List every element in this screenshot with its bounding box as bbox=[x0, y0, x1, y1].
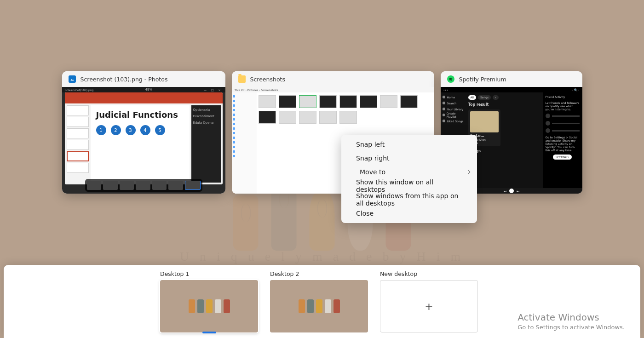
desktop-2[interactable]: Desktop 2 bbox=[270, 270, 368, 332]
photos-zoom-level: 49% bbox=[145, 88, 152, 92]
window-photos-titlebar: Screenshot (103).png - Photos bbox=[62, 71, 225, 87]
explorer-path: This PC › Pictures › Screenshots bbox=[235, 88, 278, 92]
window-photos[interactable]: Screenshot (103).png - Photos Screenshot… bbox=[62, 71, 225, 194]
plus-icon: + bbox=[425, 301, 433, 312]
desktop-1[interactable]: Desktop 1 bbox=[160, 270, 258, 332]
window-photos-title: Screenshot (103).png - Photos bbox=[80, 76, 168, 83]
activate-windows-watermark: Activate Windows Go to Settings to activ… bbox=[518, 312, 625, 331]
ctx-snap-left[interactable]: Snap left bbox=[341, 137, 477, 151]
window-context-menu: Snap left Snap right Move to Show this w… bbox=[341, 135, 477, 223]
task-view-windows: Screenshot (103).png - Photos Screenshot… bbox=[0, 71, 644, 194]
ctx-show-all[interactable]: Show this window on all desktops bbox=[341, 179, 477, 193]
new-desktop[interactable]: New desktop + bbox=[380, 270, 478, 332]
chevron-right-icon bbox=[466, 170, 470, 174]
window-explorer-title: Screenshots bbox=[250, 76, 285, 83]
spotify-top-result-label: Top result bbox=[468, 103, 540, 107]
desktop-1-label: Desktop 1 bbox=[160, 270, 258, 277]
ppt-slide-title: Judicial Functions bbox=[96, 110, 184, 120]
desktop-2-label: Desktop 2 bbox=[270, 270, 368, 277]
new-desktop-label: New desktop bbox=[380, 270, 478, 277]
window-photos-body: Screenshot(103).png 49% — □ × Judicial F… bbox=[62, 87, 225, 194]
spotify-settings-button[interactable]: SETTINGS bbox=[553, 155, 572, 160]
window-explorer-titlebar: Screenshots bbox=[232, 71, 434, 87]
window-spotify-title: Spotify Premium bbox=[459, 76, 506, 83]
window-spotify-titlebar: Spotify Premium bbox=[441, 71, 582, 87]
ctx-show-app-all[interactable]: Show windows from this app on all deskto… bbox=[341, 193, 477, 206]
photos-app-icon bbox=[69, 75, 76, 83]
explorer-nav[interactable] bbox=[232, 92, 257, 194]
spotify-friend-activity: Friend Activity Let friends and follower… bbox=[543, 92, 582, 188]
ppt-bullets: 1 2 3 4 5 bbox=[96, 125, 184, 135]
photos-filmstrip[interactable] bbox=[85, 179, 202, 192]
ctx-move-to[interactable]: Move to bbox=[341, 165, 477, 179]
ctx-close[interactable]: Close bbox=[341, 206, 477, 220]
spotify-icon bbox=[447, 75, 454, 83]
virtual-desktop-strip: Desktop 1 Desktop 2 New desktop + Activa… bbox=[4, 265, 640, 338]
folder-icon bbox=[238, 75, 246, 83]
ctx-snap-right[interactable]: Snap right bbox=[341, 151, 477, 165]
